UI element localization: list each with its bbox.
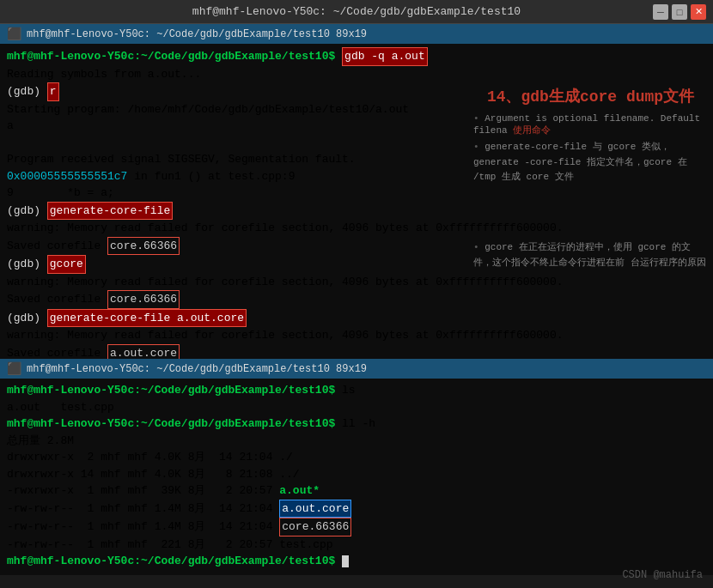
terminal-line-17: warning: Memory read failed for corefile… <box>7 327 706 344</box>
terminal-line-11: warning: Memory read failed for corefile… <box>7 220 706 237</box>
bottom-line-5: drwxrwxr-x 2 mhf mhf 4.0K 8月 14 21:04 ./ <box>7 449 706 466</box>
bottom-line-11: mhf@mhf-Lenovo-Y50c:~/Code/gdb/gdbExampl… <box>7 553 706 570</box>
bottom-line-7: -rwxrwxr-x 1 mhf mhf 39K 8月 2 20:57 a.ou… <box>7 482 706 500</box>
terminal-line-12: Saved corefile core.66366 <box>7 237 706 256</box>
bottom-line-10: -rw-rw-r-- 1 mhf mhf 221 8月 2 20:57 test… <box>7 536 706 554</box>
maximize-button[interactable]: □ <box>672 4 687 20</box>
terminal-line-6 <box>7 135 706 152</box>
cmd-r: r <box>47 82 59 101</box>
watermark: CSDN @mahuifa <box>622 569 703 581</box>
pane-top-header: ⬛ mhf@mhf-Lenovo-Y50c: ~/Code/gdb/gdbExa… <box>0 24 713 44</box>
bottom-line-1: mhf@mhf-Lenovo-Y50c:~/Code/gdb/gdbExampl… <box>7 382 706 399</box>
pane-bottom-content: mhf@mhf-Lenovo-Y50c:~/Code/gdb/gdbExampl… <box>0 379 713 575</box>
terminal-line-7: Program received signal SIGSEGV, Segment… <box>7 151 706 168</box>
terminal-line-10: (gdb) generate-core-file <box>7 202 706 221</box>
core66366-box: core.66366 <box>279 518 351 536</box>
corefile-box-1: core.66366 <box>107 237 180 256</box>
terminal-line-8: 0x00005555555551c7 in fun1 () at test.cp… <box>7 168 706 185</box>
terminal-line-1: mhf@mhf-Lenovo-Y50c:~/Code/gdb/gdbExampl… <box>7 47 706 66</box>
pane-top-header-text: mhf@mhf-Lenovo-Y50c: ~/Code/gdb/gdbExamp… <box>27 28 367 40</box>
pane-bottom-header: ⬛ mhf@mhf-Lenovo-Y50c: ~/Code/gdb/gdbExa… <box>0 359 713 379</box>
terminal-icon-2: ⬛ <box>7 361 21 376</box>
terminal-line-13: (gdb) gcore <box>7 255 706 274</box>
terminal-line-2: Reading symbols from a.out... <box>7 66 706 83</box>
cmd-generate: generate-core-file <box>47 202 173 221</box>
bottom-line-9: -rw-rw-r-- 1 mhf mhf 1.4M 8月 14 21:04 co… <box>7 518 706 536</box>
bottom-line-4: 总用量 2.8M <box>7 433 706 450</box>
terminal-line-4: Starting program: /home/mhf/Code/gdb/gdb… <box>7 101 706 118</box>
terminal-line-18: Saved corefile a.out.core <box>7 344 706 360</box>
terminal-line-5: a <box>7 118 706 135</box>
terminal-icon: ⬛ <box>7 27 21 41</box>
cursor-2 <box>342 555 349 567</box>
window-controls: ─ □ ✕ <box>653 4 706 20</box>
title-text: mhf@mhf-Lenovo-Y50c: ~/Code/gdb/gdbExamp… <box>192 5 521 18</box>
terminal-line-14: warning: Memory read failed for corefile… <box>7 274 706 291</box>
pane-bottom-header-text: mhf@mhf-Lenovo-Y50c: ~/Code/gdb/gdbExamp… <box>27 363 367 375</box>
cmd-highlight-gdb: gdb -q a.out <box>342 47 428 66</box>
bottom-line-8: -rw-rw-r-- 1 mhf mhf 1.4M 8月 14 21:04 a.… <box>7 500 706 518</box>
corefile-box-2: core.66366 <box>107 290 180 309</box>
terminal-line-9: 9 *b = a; <box>7 185 706 202</box>
pane-top-content: mhf@mhf-Lenovo-Y50c:~/Code/gdb/gdbExampl… <box>0 44 713 359</box>
bottom-line-6: drwxrwxr-x 14 mhf mhf 4.0K 8月 8 21:08 ..… <box>7 466 706 483</box>
terminal-line-15: Saved corefile core.66366 <box>7 290 706 309</box>
cmd-generate2: generate-core-file a.out.core <box>47 309 247 328</box>
title-bar: mhf@mhf-Lenovo-Y50c: ~/Code/gdb/gdbExamp… <box>0 0 713 24</box>
close-button[interactable]: ✕ <box>691 4 706 20</box>
aout-core-box: a.out.core <box>279 500 351 518</box>
corefile-box-3: a.out.core <box>107 344 180 360</box>
terminal-line-3: (gdb) r <box>7 82 706 101</box>
minimize-button[interactable]: ─ <box>653 4 668 20</box>
bottom-line-3: mhf@mhf-Lenovo-Y50c:~/Code/gdb/gdbExampl… <box>7 415 706 433</box>
cmd-gcore: gcore <box>47 255 86 274</box>
bottom-line-2: a.out test.cpp <box>7 399 706 416</box>
terminal-line-16: (gdb) generate-core-file a.out.core <box>7 309 706 328</box>
